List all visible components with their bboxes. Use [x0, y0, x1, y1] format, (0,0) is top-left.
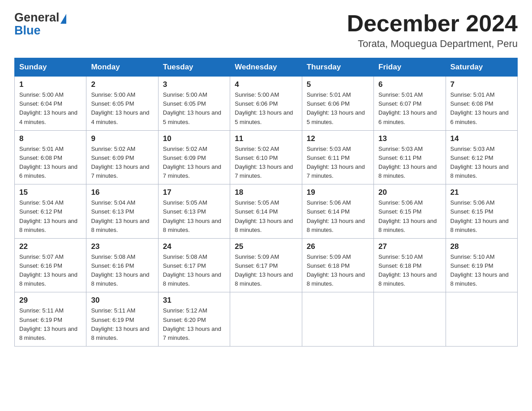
- day-info: Sunrise: 5:08 AMSunset: 6:17 PMDaylight:…: [163, 253, 225, 289]
- day-number: 18: [235, 188, 297, 197]
- day-number: 7: [450, 80, 513, 89]
- day-number: 21: [450, 188, 513, 197]
- day-info: Sunrise: 5:05 AMSunset: 6:14 PMDaylight:…: [235, 198, 297, 235]
- day-info: Sunrise: 5:00 AMSunset: 6:04 PMDaylight:…: [19, 90, 82, 127]
- calendar-cell: 7Sunrise: 5:01 AMSunset: 6:08 PMDaylight…: [446, 77, 517, 131]
- day-number: 27: [378, 242, 441, 251]
- weekday-header-friday: Friday: [374, 58, 446, 77]
- day-info: Sunrise: 5:02 AMSunset: 6:10 PMDaylight:…: [235, 145, 297, 181]
- day-number: 6: [378, 80, 441, 89]
- day-info: Sunrise: 5:04 AMSunset: 6:13 PMDaylight:…: [91, 198, 153, 235]
- day-info: Sunrise: 5:12 AMSunset: 6:20 PMDaylight:…: [163, 306, 225, 342]
- day-info: Sunrise: 5:06 AMSunset: 6:15 PMDaylight:…: [450, 198, 513, 235]
- calendar-cell: 11Sunrise: 5:02 AMSunset: 6:10 PMDayligh…: [230, 130, 302, 184]
- month-title: December 2024: [347, 11, 518, 36]
- day-number: 30: [91, 296, 153, 305]
- day-info: Sunrise: 5:02 AMSunset: 6:09 PMDaylight:…: [163, 145, 225, 181]
- calendar-cell: [302, 292, 373, 347]
- calendar-cell: 21Sunrise: 5:06 AMSunset: 6:15 PMDayligh…: [446, 184, 517, 239]
- calendar-cell: 8Sunrise: 5:01 AMSunset: 6:08 PMDaylight…: [15, 130, 86, 184]
- week-row-5: 29Sunrise: 5:11 AMSunset: 6:19 PMDayligh…: [15, 292, 518, 347]
- calendar-cell: 3Sunrise: 5:00 AMSunset: 6:05 PMDaylight…: [158, 77, 230, 131]
- calendar-cell: 15Sunrise: 5:04 AMSunset: 6:12 PMDayligh…: [15, 184, 86, 239]
- calendar-cell: 24Sunrise: 5:08 AMSunset: 6:17 PMDayligh…: [158, 238, 230, 292]
- calendar-cell: 22Sunrise: 5:07 AMSunset: 6:16 PMDayligh…: [15, 238, 86, 292]
- calendar-cell: 1Sunrise: 5:00 AMSunset: 6:04 PMDaylight…: [15, 77, 86, 131]
- day-number: 28: [450, 242, 513, 251]
- calendar-cell: 9Sunrise: 5:02 AMSunset: 6:09 PMDaylight…: [86, 130, 158, 184]
- day-info: Sunrise: 5:01 AMSunset: 6:08 PMDaylight:…: [19, 145, 82, 181]
- day-info: Sunrise: 5:08 AMSunset: 6:16 PMDaylight:…: [91, 253, 153, 289]
- day-number: 26: [307, 242, 369, 251]
- calendar-cell: 6Sunrise: 5:01 AMSunset: 6:07 PMDaylight…: [374, 77, 446, 131]
- calendar-cell: 31Sunrise: 5:12 AMSunset: 6:20 PMDayligh…: [158, 292, 230, 347]
- calendar-cell: 26Sunrise: 5:09 AMSunset: 6:18 PMDayligh…: [302, 238, 373, 292]
- calendar-cell: 18Sunrise: 5:05 AMSunset: 6:14 PMDayligh…: [230, 184, 302, 239]
- day-info: Sunrise: 5:07 AMSunset: 6:16 PMDaylight:…: [19, 253, 82, 289]
- weekday-header-monday: Monday: [86, 58, 158, 77]
- calendar-cell: 25Sunrise: 5:09 AMSunset: 6:17 PMDayligh…: [230, 238, 302, 292]
- day-info: Sunrise: 5:00 AMSunset: 6:05 PMDaylight:…: [163, 90, 225, 127]
- day-number: 13: [378, 134, 441, 143]
- title-block: December 2024 Torata, Moquegua Departmen…: [347, 11, 518, 50]
- day-info: Sunrise: 5:04 AMSunset: 6:12 PMDaylight:…: [19, 198, 82, 235]
- calendar-cell: 27Sunrise: 5:10 AMSunset: 6:18 PMDayligh…: [374, 238, 446, 292]
- logo-triangle-icon: [60, 14, 66, 24]
- day-number: 19: [307, 188, 369, 197]
- day-number: 14: [450, 134, 513, 143]
- calendar-cell: 20Sunrise: 5:06 AMSunset: 6:15 PMDayligh…: [374, 184, 446, 239]
- calendar-cell: 2Sunrise: 5:00 AMSunset: 6:05 PMDaylight…: [86, 77, 158, 131]
- week-row-1: 1Sunrise: 5:00 AMSunset: 6:04 PMDaylight…: [15, 77, 518, 131]
- day-info: Sunrise: 5:03 AMSunset: 6:12 PMDaylight:…: [450, 145, 513, 181]
- day-info: Sunrise: 5:06 AMSunset: 6:14 PMDaylight:…: [307, 198, 369, 235]
- day-info: Sunrise: 5:02 AMSunset: 6:09 PMDaylight:…: [91, 145, 153, 181]
- calendar-cell: 14Sunrise: 5:03 AMSunset: 6:12 PMDayligh…: [446, 130, 517, 184]
- day-info: Sunrise: 5:00 AMSunset: 6:05 PMDaylight:…: [91, 90, 153, 127]
- weekday-header-saturday: Saturday: [446, 58, 517, 77]
- day-info: Sunrise: 5:00 AMSunset: 6:06 PMDaylight:…: [235, 90, 297, 127]
- calendar-cell: [230, 292, 302, 347]
- day-number: 31: [163, 296, 225, 305]
- day-number: 25: [235, 242, 297, 251]
- day-info: Sunrise: 5:11 AMSunset: 6:19 PMDaylight:…: [19, 306, 82, 342]
- day-number: 23: [91, 242, 153, 251]
- day-info: Sunrise: 5:05 AMSunset: 6:13 PMDaylight:…: [163, 198, 225, 235]
- day-number: 15: [19, 188, 82, 197]
- day-info: Sunrise: 5:11 AMSunset: 6:19 PMDaylight:…: [91, 306, 153, 342]
- day-number: 17: [163, 188, 225, 197]
- calendar-cell: 28Sunrise: 5:10 AMSunset: 6:19 PMDayligh…: [446, 238, 517, 292]
- logo-general-text: General: [14, 11, 60, 25]
- calendar-cell: 29Sunrise: 5:11 AMSunset: 6:19 PMDayligh…: [15, 292, 86, 347]
- day-number: 10: [163, 134, 225, 143]
- calendar-cell: [374, 292, 446, 347]
- day-info: Sunrise: 5:01 AMSunset: 6:08 PMDaylight:…: [450, 90, 513, 127]
- weekday-header-thursday: Thursday: [302, 58, 373, 77]
- day-info: Sunrise: 5:09 AMSunset: 6:17 PMDaylight:…: [235, 253, 297, 289]
- day-info: Sunrise: 5:06 AMSunset: 6:15 PMDaylight:…: [378, 198, 441, 235]
- day-number: 24: [163, 242, 225, 251]
- day-number: 12: [307, 134, 369, 143]
- week-row-4: 22Sunrise: 5:07 AMSunset: 6:16 PMDayligh…: [15, 238, 518, 292]
- day-number: 16: [91, 188, 153, 197]
- day-info: Sunrise: 5:01 AMSunset: 6:07 PMDaylight:…: [378, 90, 441, 127]
- day-number: 1: [19, 80, 82, 89]
- day-number: 5: [307, 80, 369, 89]
- day-number: 3: [163, 80, 225, 89]
- calendar-cell: 30Sunrise: 5:11 AMSunset: 6:19 PMDayligh…: [86, 292, 158, 347]
- day-info: Sunrise: 5:03 AMSunset: 6:11 PMDaylight:…: [378, 145, 441, 181]
- week-row-3: 15Sunrise: 5:04 AMSunset: 6:12 PMDayligh…: [15, 184, 518, 239]
- day-info: Sunrise: 5:09 AMSunset: 6:18 PMDaylight:…: [307, 253, 369, 289]
- day-info: Sunrise: 5:01 AMSunset: 6:06 PMDaylight:…: [307, 90, 369, 127]
- calendar-cell: 4Sunrise: 5:00 AMSunset: 6:06 PMDaylight…: [230, 77, 302, 131]
- day-number: 11: [235, 134, 297, 143]
- logo: General Blue: [14, 11, 66, 38]
- page-header: General Blue December 2024 Torata, Moque…: [14, 11, 518, 50]
- calendar-table: SundayMondayTuesdayWednesdayThursdayFrid…: [14, 58, 518, 347]
- weekday-header-tuesday: Tuesday: [158, 58, 230, 77]
- day-info: Sunrise: 5:03 AMSunset: 6:11 PMDaylight:…: [307, 145, 369, 181]
- day-number: 9: [91, 134, 153, 143]
- calendar-cell: [446, 292, 517, 347]
- calendar-cell: 17Sunrise: 5:05 AMSunset: 6:13 PMDayligh…: [158, 184, 230, 239]
- day-number: 8: [19, 134, 82, 143]
- calendar-cell: 16Sunrise: 5:04 AMSunset: 6:13 PMDayligh…: [86, 184, 158, 239]
